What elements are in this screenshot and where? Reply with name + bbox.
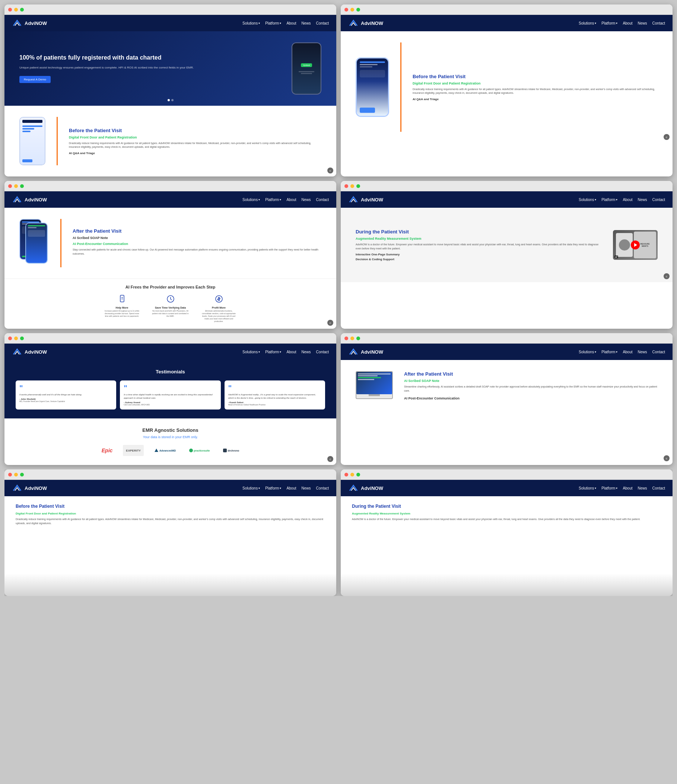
ai-benefits-list: Help More Increase patient throughput up…	[19, 294, 321, 323]
nav-links-6: Solutions▾ Platform▾ About News Contact	[579, 350, 665, 354]
after-visit-comm: AI Post-Encounter Communication	[73, 242, 321, 246]
partial-section-subheading: Digital Front Door and Patient Registrat…	[16, 512, 325, 515]
after-visit-desc: Stay connected with patients for acute a…	[73, 248, 321, 256]
benefit-desc-0: Increase patient throughput up to 2x whi…	[104, 310, 141, 317]
nav-platform-2[interactable]: Platform▾	[601, 21, 618, 25]
nav-contact-2[interactable]: Contact	[652, 21, 665, 25]
nav-solutions-7[interactable]: Solutions▾	[243, 486, 260, 490]
partial-window-left: AdviNOW Solutions▾ Platform▾ About News …	[5, 470, 336, 596]
nav-solutions-8[interactable]: Solutions▾	[579, 486, 596, 490]
logo-7: AdviNOW	[12, 484, 47, 492]
laptop-frame	[356, 371, 393, 399]
nav-about[interactable]: About	[286, 21, 296, 25]
nav-contact-6[interactable]: Contact	[652, 350, 665, 354]
nav-contact-8[interactable]: Contact	[652, 486, 665, 490]
nav-contact[interactable]: Contact	[316, 21, 329, 25]
nav-news[interactable]: News	[302, 21, 311, 25]
navbar-2: AdviNOW Solutions▾ Platform▾ About News …	[341, 15, 672, 31]
testimonials-grid: " It works phenomenally well and it's al…	[16, 381, 325, 409]
emr-logo-practicesuite: practicesuite	[186, 445, 213, 456]
quote-mark-0: "	[19, 384, 112, 392]
browser-chrome-4	[341, 181, 672, 191]
benefit-desc-1: No more back-and-forth with Physicians. …	[152, 310, 189, 317]
emr-title: EMR Agnostic Solutions	[16, 427, 325, 433]
partial-window-right: AdviNOW Solutions▾ Platform▾ About News …	[341, 470, 672, 596]
nav-links-2: Solutions▾ Platform▾ About News Contact	[579, 21, 665, 25]
browser-chrome-5	[5, 333, 336, 344]
video-thumbnail[interactable]: MEASUREMENTS ▶	[613, 230, 658, 260]
nav-about-2[interactable]: About	[623, 21, 632, 25]
after-visit-heading: After the Patient Visit	[73, 228, 321, 234]
before-visit-bullet-2: AI Q&A and Triage	[412, 98, 658, 101]
benefit-name-2: Profit More	[200, 306, 238, 309]
nav-news-6[interactable]: News	[638, 350, 647, 354]
partial-section-desc: Drastically reduce training requirements…	[16, 518, 325, 525]
watermark-2: c	[664, 134, 669, 140]
nav-solutions-2[interactable]: Solutions▾	[579, 21, 596, 25]
benefit-profit-more: Profit More Eliminate administrative bur…	[200, 294, 238, 323]
nav-news-4[interactable]: News	[638, 198, 647, 202]
browser-chrome-6	[341, 333, 672, 344]
nav-contact-7[interactable]: Contact	[316, 486, 329, 490]
nav-platform-4[interactable]: Platform▾	[601, 198, 618, 202]
nav-news-7[interactable]: News	[302, 486, 311, 490]
benefit-help-more: Help More Increase patient throughput up…	[104, 294, 141, 323]
hero-desc: Unique patient assist technology ensures…	[19, 65, 280, 70]
minimize-dot[interactable]	[14, 8, 18, 11]
emr-logo-drchrono: drchrono	[220, 445, 242, 456]
before-visit-heading-2: Before the Patient Visit	[412, 74, 658, 79]
testimonial-1: " In a time when digital health is rapid…	[120, 381, 221, 409]
nav-about-4[interactable]: About	[623, 198, 632, 202]
nav-about-7[interactable]: About	[286, 486, 296, 490]
nav-contact-3[interactable]: Contact	[316, 198, 329, 202]
partial-section-heading: Before the Patient Visit	[16, 504, 325, 509]
nav-solutions-6[interactable]: Solutions▾	[579, 350, 596, 354]
before-visit-bullet: AI Q&A and Triage	[69, 151, 321, 155]
nav-solutions[interactable]: Solutions▾	[243, 21, 260, 25]
partial-during-desc: AdviNOW is a doctor of the future. Empow…	[352, 518, 661, 521]
nav-contact-5[interactable]: Contact	[316, 350, 329, 354]
navbar-6: AdviNOW Solutions▾ Platform▾ About News …	[341, 344, 672, 360]
nav-contact-4[interactable]: Contact	[652, 198, 665, 202]
nav-links-7: Solutions▾ Platform▾ About News Contact	[243, 486, 329, 490]
after-visit-soap: AI Scribed SOAP Note	[73, 236, 321, 240]
nav-about-8[interactable]: About	[623, 486, 632, 490]
maximize-dot[interactable]	[20, 8, 24, 11]
nav-platform-3[interactable]: Platform▾	[265, 198, 281, 202]
nav-about-5[interactable]: About	[286, 350, 296, 354]
nav-news-2[interactable]: News	[638, 21, 647, 25]
before-visit-subheading-2: Digital Front Door and Patient Registrat…	[412, 81, 658, 85]
nav-news-5[interactable]: News	[302, 350, 311, 354]
nav-about-3[interactable]: About	[286, 198, 296, 202]
benefit-desc-2: Eliminate administrative burdens, consol…	[200, 310, 238, 323]
play-button[interactable]	[631, 241, 640, 249]
nav-links-1: Solutions▾ Platform▾ About News Contact	[243, 21, 329, 25]
nav-platform-7[interactable]: Platform▾	[265, 486, 281, 490]
watermark-3: c	[327, 320, 333, 326]
benefit-save-time: Save Time Verifying Data No more back-an…	[152, 294, 189, 323]
nav-solutions-3[interactable]: Solutions▾	[243, 198, 260, 202]
nav-platform-8[interactable]: Platform▾	[601, 486, 618, 490]
watermark-5: c	[327, 456, 333, 462]
emr-logo-epic: Epic	[99, 445, 116, 456]
video-label: ▶	[615, 255, 618, 258]
svg-rect-0	[120, 295, 124, 302]
testimonials-section: Testimonials " It works phenomenally wel…	[5, 360, 336, 418]
nav-platform-6[interactable]: Platform▾	[601, 350, 618, 354]
nav-platform-5[interactable]: Platform▾	[265, 350, 281, 354]
nav-about-6[interactable]: About	[623, 350, 632, 354]
logo-5: AdviNOW	[12, 348, 47, 356]
nav-solutions-5[interactable]: Solutions▾	[243, 350, 260, 354]
nav-news-8[interactable]: News	[638, 486, 647, 490]
nav-solutions-4[interactable]: Solutions▾	[579, 198, 596, 202]
nav-news-3[interactable]: News	[302, 198, 311, 202]
testimonial-title-2: Head of Americas Global Healthcare Pract…	[228, 403, 321, 406]
before-visit-desc: Drastically reduce training requirements…	[69, 142, 321, 149]
hero-cta-button[interactable]: Request A Demo	[19, 76, 51, 83]
hero-text: 100% of patients fully registered with d…	[19, 54, 280, 83]
browser-chrome-1	[5, 5, 336, 15]
after-visit-comm-6: AI Post-Encounter Communication	[404, 397, 658, 400]
quote-mark-2: "	[228, 384, 321, 392]
close-dot[interactable]	[8, 8, 12, 11]
nav-platform[interactable]: Platform▾	[265, 21, 281, 25]
